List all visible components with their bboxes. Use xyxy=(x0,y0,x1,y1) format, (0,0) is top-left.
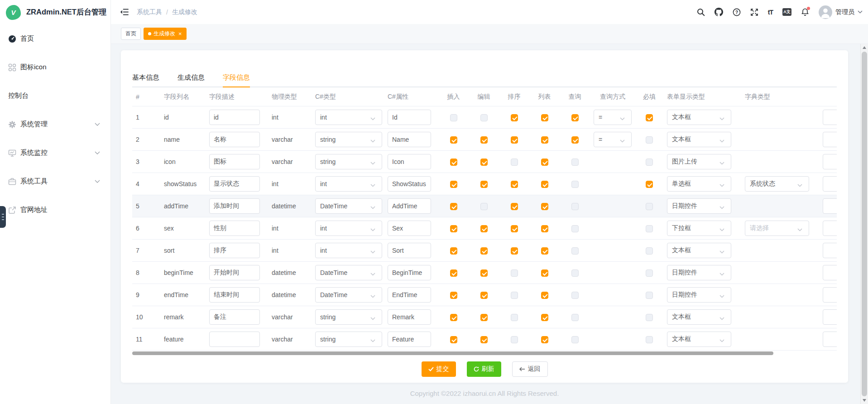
list-checkbox[interactable] xyxy=(541,159,548,166)
insert-checkbox[interactable] xyxy=(450,136,457,144)
required-checkbox[interactable] xyxy=(646,247,653,255)
settings-drawer-handle[interactable] xyxy=(0,206,6,228)
query-mode-select[interactable]: = xyxy=(594,110,632,125)
required-checkbox[interactable] xyxy=(646,336,653,343)
edit-checkbox[interactable] xyxy=(480,336,488,343)
tab-1[interactable]: 生成信息 xyxy=(177,68,205,87)
edit-checkbox[interactable] xyxy=(480,181,488,188)
sort-checkbox[interactable] xyxy=(511,114,518,121)
sort-checkbox[interactable] xyxy=(511,225,518,232)
insert-checkbox[interactable] xyxy=(450,314,457,321)
query-checkbox[interactable] xyxy=(571,136,579,144)
list-checkbox[interactable] xyxy=(541,314,548,321)
query-checkbox[interactable] xyxy=(571,292,579,299)
cs-type-select[interactable]: string xyxy=(315,154,382,169)
sidebar-item-4[interactable]: 系统监控 xyxy=(0,139,110,167)
required-checkbox[interactable] xyxy=(646,269,653,277)
required-checkbox[interactable] xyxy=(646,225,653,232)
overflow-input[interactable] xyxy=(823,309,837,325)
sort-checkbox[interactable] xyxy=(511,269,518,277)
cs-type-select[interactable]: int xyxy=(315,221,382,236)
query-checkbox[interactable] xyxy=(571,269,579,277)
user-menu[interactable]: 管理员 xyxy=(819,5,863,19)
search-icon[interactable] xyxy=(697,8,705,16)
scroll-down-arrow[interactable] xyxy=(863,399,866,402)
query-checkbox[interactable] xyxy=(571,181,579,188)
insert-checkbox[interactable] xyxy=(450,203,457,210)
field-desc-input[interactable] xyxy=(209,110,260,125)
query-checkbox[interactable] xyxy=(571,336,579,343)
bell-icon[interactable] xyxy=(801,8,809,16)
display-type-select[interactable]: 下拉框 xyxy=(667,221,731,236)
field-desc-input[interactable] xyxy=(209,132,260,147)
list-checkbox[interactable] xyxy=(541,336,548,343)
insert-checkbox[interactable] xyxy=(450,247,457,255)
query-mode-select[interactable]: = xyxy=(594,132,632,147)
cs-type-select[interactable]: int xyxy=(315,176,382,192)
list-checkbox[interactable] xyxy=(541,292,548,299)
breadcrumb-item[interactable]: 系统工具 xyxy=(137,8,162,16)
required-checkbox[interactable] xyxy=(646,292,653,299)
insert-checkbox[interactable] xyxy=(450,292,457,299)
vertical-scrollbar-thumb[interactable] xyxy=(862,52,867,396)
required-checkbox[interactable] xyxy=(646,159,653,166)
display-type-select[interactable]: 文本框 xyxy=(667,332,731,347)
display-type-select[interactable]: 文本框 xyxy=(667,243,731,258)
cs-type-select[interactable]: int xyxy=(315,243,382,258)
sort-checkbox[interactable] xyxy=(511,181,518,188)
avatar[interactable] xyxy=(819,5,832,19)
close-icon[interactable]: × xyxy=(178,31,182,37)
cs-type-select[interactable]: DateTime xyxy=(315,287,382,303)
required-checkbox[interactable] xyxy=(646,203,653,210)
tag-1[interactable]: 生成修改× xyxy=(144,28,187,40)
display-type-select[interactable]: 日期控件 xyxy=(667,198,731,214)
cs-prop-input[interactable] xyxy=(388,309,431,325)
list-checkbox[interactable] xyxy=(541,225,548,232)
cs-prop-input[interactable] xyxy=(388,221,431,236)
help-icon[interactable]: ? xyxy=(733,8,741,16)
overflow-input[interactable] xyxy=(823,265,837,280)
sort-checkbox[interactable] xyxy=(511,292,518,299)
sidebar-item-0[interactable]: 首页 xyxy=(0,24,110,53)
query-checkbox[interactable] xyxy=(571,159,579,166)
cs-prop-input[interactable] xyxy=(388,110,431,125)
sort-checkbox[interactable] xyxy=(511,247,518,255)
sort-checkbox[interactable] xyxy=(511,136,518,144)
query-checkbox[interactable] xyxy=(571,225,579,232)
cs-prop-input[interactable] xyxy=(388,287,431,303)
list-checkbox[interactable] xyxy=(541,247,548,255)
query-checkbox[interactable] xyxy=(571,314,579,321)
field-desc-input[interactable] xyxy=(209,154,260,169)
overflow-input[interactable] xyxy=(823,332,837,347)
overflow-input[interactable] xyxy=(823,287,837,303)
sort-checkbox[interactable] xyxy=(511,159,518,166)
edit-checkbox[interactable] xyxy=(480,225,488,232)
edit-checkbox[interactable] xyxy=(480,314,488,321)
required-checkbox[interactable] xyxy=(646,114,653,121)
sidebar-item-1[interactable]: 图标icon xyxy=(0,53,110,82)
list-checkbox[interactable] xyxy=(541,136,548,144)
overflow-input[interactable] xyxy=(823,198,837,214)
display-type-select[interactable]: 文本框 xyxy=(667,132,731,147)
display-type-select[interactable]: 日期控件 xyxy=(667,265,731,280)
refresh-button[interactable]: 刷新 xyxy=(467,361,501,377)
query-checkbox[interactable] xyxy=(571,203,579,210)
sort-checkbox[interactable] xyxy=(511,203,518,210)
cs-type-select[interactable]: DateTime xyxy=(315,198,382,214)
required-checkbox[interactable] xyxy=(646,314,653,321)
field-desc-input[interactable] xyxy=(209,243,260,258)
font-size-icon[interactable]: tT xyxy=(768,9,773,16)
collapse-menu-icon[interactable] xyxy=(120,9,129,15)
cs-prop-input[interactable] xyxy=(388,176,431,192)
edit-checkbox[interactable] xyxy=(480,136,488,144)
overflow-input[interactable] xyxy=(823,154,837,169)
edit-checkbox[interactable] xyxy=(480,203,488,210)
display-type-select[interactable]: 单选框 xyxy=(667,176,731,192)
display-type-select[interactable]: 日期控件 xyxy=(667,287,731,303)
edit-checkbox[interactable] xyxy=(480,159,488,166)
query-checkbox[interactable] xyxy=(571,247,579,255)
insert-checkbox[interactable] xyxy=(450,269,457,277)
vertical-scrollbar[interactable] xyxy=(860,44,868,404)
field-desc-input[interactable] xyxy=(209,198,260,214)
scroll-up-arrow[interactable] xyxy=(863,46,866,49)
